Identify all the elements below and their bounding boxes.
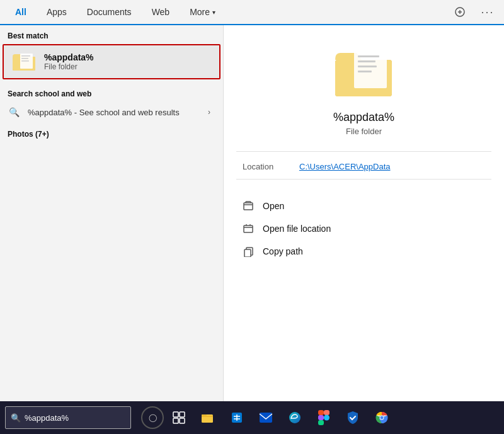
action-open-label: Open [263,201,284,211]
taskbar: 🔍 ◯ [0,401,504,434]
taskbar-icons: ◯ [139,404,396,431]
svg-rect-15 [244,226,253,232]
svg-rect-20 [173,418,178,423]
search-box[interactable]: 🔍 [5,406,131,429]
svg-rect-17 [244,249,251,257]
tab-all[interactable]: All [5,0,37,25]
school-web-result[interactable]: 🔍 %appdata% - See school and web results… [0,101,223,123]
svg-rect-29 [318,415,324,420]
task-view-button[interactable] [165,404,193,431]
location-label: Location [243,162,299,171]
svg-rect-23 [202,414,207,416]
detail-name: %appdata% [333,111,394,124]
file-explorer-button[interactable] [194,404,222,431]
best-match-sub: File folder [44,62,94,71]
arrow-right-icon: › [203,106,215,118]
tab-more[interactable]: More ▾ [180,0,226,25]
best-match-label: Best match [0,25,223,44]
tab-apps[interactable]: Apps [37,0,77,25]
more-options-icon[interactable]: ··· [476,1,499,23]
detail-actions: Open Open file location [236,195,491,263]
svg-rect-28 [324,410,329,415]
svg-rect-18 [173,412,178,417]
detail-type: File folder [346,127,382,136]
best-match-text: %appdata% File folder [44,52,94,71]
svg-rect-11 [358,60,375,62]
right-panel: %appdata% File folder Location C:\Users\… [224,25,504,401]
main-content: Best match %appdata% [0,25,504,401]
svg-rect-4 [21,55,30,57]
search-box-icon: 🔍 [11,413,21,423]
security-button[interactable] [339,404,367,431]
best-match-name: %appdata% [44,52,94,62]
svg-rect-25 [260,413,272,423]
svg-point-30 [324,415,329,421]
svg-rect-14 [244,203,253,210]
detail-folder-icon [333,44,396,101]
copy-icon [243,245,255,258]
school-web-text: %appdata% - See school and web results [28,108,203,117]
figma-button[interactable] [310,404,338,431]
store-button[interactable] [223,404,251,431]
location-value[interactable]: C:\Users\ACER\AppData [299,162,391,171]
action-copy-path[interactable]: Copy path [243,240,485,263]
search-input[interactable] [25,413,119,423]
school-web-label: Search school and web [0,84,223,101]
best-match-item[interactable]: %appdata% File folder [3,44,220,79]
top-nav: All Apps Documents Web More ▾ ··· [0,0,504,25]
svg-rect-9 [354,49,387,88]
tab-web[interactable]: Web [142,0,180,25]
nav-right-icons: ··· [449,1,499,23]
cortana-button[interactable]: ◯ [141,406,164,429]
folder-icon [11,50,37,73]
photos-label: Photos (7+) [0,123,223,141]
search-icon-small: 🔍 [8,106,20,118]
svg-rect-21 [180,418,185,423]
svg-rect-12 [358,66,377,67]
action-open-file-location[interactable]: Open file location [243,217,485,240]
mail-button[interactable] [252,404,280,431]
detail-divider [236,151,491,152]
svg-rect-31 [318,420,324,425]
chevron-down-icon: ▾ [212,9,215,16]
action-open-file-location-label: Open file location [263,224,331,234]
svg-rect-13 [358,71,372,72]
svg-rect-10 [358,55,379,57]
left-panel: Best match %appdata% [0,25,224,401]
action-copy-path-label: Copy path [263,246,303,256]
tab-documents[interactable]: Documents [77,0,142,25]
action-open[interactable]: Open [243,195,485,217]
open-icon [243,200,255,212]
svg-point-35 [381,416,384,420]
svg-rect-6 [21,60,29,62]
edge-button[interactable] [281,404,309,431]
svg-rect-19 [180,412,185,417]
chrome-button[interactable] [368,404,396,431]
feedback-icon[interactable] [449,1,471,23]
file-location-icon [243,222,255,235]
svg-rect-27 [318,410,324,415]
svg-rect-5 [21,58,28,59]
detail-divider-2 [236,179,491,180]
location-row: Location C:\Users\ACER\AppData [236,162,491,171]
